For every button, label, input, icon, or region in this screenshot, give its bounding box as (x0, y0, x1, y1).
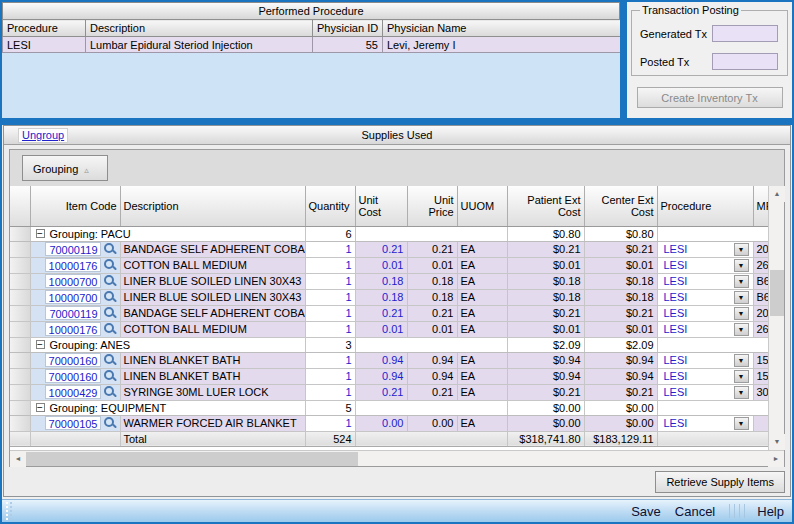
horizontal-scrollbar-thumb[interactable] (26, 452, 358, 466)
item-quantity[interactable]: 1 (305, 289, 355, 305)
procedure-dropdown-wrap[interactable]: LESI▼ (661, 274, 750, 289)
row-selector[interactable] (10, 305, 30, 321)
search-item-icon[interactable] (103, 353, 117, 367)
row-selector[interactable] (10, 400, 30, 415)
item-unit-cost[interactable]: 0.21 (355, 241, 407, 257)
col-header-uuom[interactable]: UUOM (457, 186, 507, 226)
item-code-field[interactable]: 10000176 (45, 258, 101, 272)
item-code-field[interactable]: 10000700 (45, 290, 101, 304)
grouping-button[interactable]: Grouping▵ (22, 155, 108, 181)
resize-grip[interactable] (6, 502, 12, 520)
item-quantity[interactable]: 1 (305, 352, 355, 368)
item-quantity[interactable]: 1 (305, 273, 355, 289)
scroll-up-icon[interactable]: ▲ (769, 186, 785, 202)
row-selector[interactable] (10, 352, 30, 368)
item-unit-cost[interactable]: 0.01 (355, 257, 407, 273)
procedure-dropdown[interactable]: LESI▼ (657, 289, 753, 305)
horizontal-scrollbar[interactable]: ◄ ► (10, 450, 784, 466)
search-item-icon[interactable] (103, 369, 117, 383)
item-quantity[interactable]: 1 (305, 415, 355, 431)
ungroup-link[interactable]: Ungroup (18, 128, 68, 143)
procedure-dropdown-wrap[interactable]: LESI▼ (661, 353, 750, 368)
item-unit-cost[interactable]: 0.01 (355, 321, 407, 337)
procedure-dropdown[interactable]: LESI▼ (657, 273, 753, 289)
procedure-dropdown[interactable]: LESI▼ (657, 305, 753, 321)
scroll-right-icon[interactable]: ► (768, 451, 784, 467)
item-code-field[interactable]: 70000105 (45, 416, 101, 430)
collapse-group-icon[interactable]: − (36, 340, 45, 349)
dropdown-arrow-icon[interactable]: ▼ (734, 354, 749, 367)
col-header-procedure[interactable]: Procedure (3, 20, 86, 37)
col-header-patient-ext-cost[interactable]: Patient Ext Cost (507, 186, 584, 226)
procedure-dropdown[interactable]: LESI▼ (657, 384, 753, 400)
procedure-dropdown-wrap[interactable]: LESI▼ (661, 258, 750, 273)
dropdown-arrow-icon[interactable]: ▼ (734, 323, 749, 336)
search-item-icon[interactable] (103, 322, 117, 336)
col-header-mf[interactable]: MF (753, 186, 768, 226)
scroll-left-icon[interactable]: ◄ (10, 451, 26, 467)
item-unit-cost[interactable]: 0.18 (355, 289, 407, 305)
col-header-center-ext-cost[interactable]: Center Ext Cost (584, 186, 657, 226)
row-selector[interactable] (10, 273, 30, 289)
col-header-unit-price[interactable]: Unit Price (407, 186, 457, 226)
row-selector[interactable] (10, 431, 30, 446)
item-quantity[interactable]: 1 (305, 321, 355, 337)
procedure-dropdown-wrap[interactable]: LESI▼ (661, 242, 750, 257)
procedure-dropdown-wrap[interactable]: LESI▼ (661, 322, 750, 337)
dropdown-arrow-icon[interactable]: ▼ (734, 291, 749, 304)
collapse-group-icon[interactable]: − (36, 229, 45, 238)
row-selector[interactable] (10, 321, 30, 337)
row-selector[interactable] (10, 384, 30, 400)
item-unit-cost[interactable]: 0.21 (355, 305, 407, 321)
help-button[interactable]: Help (757, 504, 784, 519)
vertical-scrollbar-thumb[interactable] (770, 270, 784, 316)
row-selector[interactable] (10, 368, 30, 384)
procedure-dropdown-wrap[interactable]: LESI▼ (661, 416, 750, 431)
item-quantity[interactable]: 1 (305, 384, 355, 400)
row-selector[interactable] (10, 241, 30, 257)
procedure-dropdown[interactable]: LESI▼ (657, 257, 753, 273)
posted-tx-field[interactable] (712, 53, 778, 70)
save-button[interactable]: Save (631, 504, 661, 519)
item-code-field[interactable]: 70000160 (45, 369, 101, 383)
item-unit-cost[interactable]: 0.94 (355, 352, 407, 368)
item-code-field[interactable]: 10000429 (45, 385, 101, 399)
col-header-selector[interactable] (10, 186, 30, 226)
item-quantity[interactable]: 1 (305, 305, 355, 321)
dropdown-arrow-icon[interactable]: ▼ (734, 370, 749, 383)
procedure-dropdown-wrap[interactable]: LESI▼ (661, 385, 750, 400)
dropdown-arrow-icon[interactable]: ▼ (734, 307, 749, 320)
dropdown-arrow-icon[interactable]: ▼ (734, 417, 749, 430)
search-item-icon[interactable] (103, 416, 117, 430)
dropdown-arrow-icon[interactable]: ▼ (734, 259, 749, 272)
search-item-icon[interactable] (103, 242, 117, 256)
vertical-scrollbar[interactable]: ▲ ▼ (768, 186, 784, 450)
search-item-icon[interactable] (103, 258, 117, 272)
col-header-quantity[interactable]: Quantity (305, 186, 355, 226)
item-code-field[interactable]: 10000176 (45, 322, 101, 336)
row-selector[interactable] (10, 289, 30, 305)
retrieve-supply-items-button[interactable]: Retrieve Supply Items (655, 471, 785, 493)
col-header-item-description[interactable]: Description (120, 186, 305, 226)
collapse-group-icon[interactable]: − (36, 403, 45, 412)
dropdown-arrow-icon[interactable]: ▼ (734, 243, 749, 256)
col-header-physician-name[interactable]: Physician Name (383, 20, 621, 37)
dropdown-arrow-icon[interactable]: ▼ (734, 275, 749, 288)
procedure-row[interactable]: LESI Lumbar Epidural Steriod Injection 5… (3, 37, 621, 53)
search-item-icon[interactable] (103, 385, 117, 399)
item-unit-cost[interactable]: 0.18 (355, 273, 407, 289)
dropdown-arrow-icon[interactable]: ▼ (734, 386, 749, 399)
search-item-icon[interactable] (103, 306, 117, 320)
search-item-icon[interactable] (103, 290, 117, 304)
item-code-field[interactable]: 70000119 (45, 306, 101, 320)
procedure-dropdown[interactable]: LESI▼ (657, 241, 753, 257)
item-code-field[interactable]: 70000119 (45, 242, 101, 256)
procedure-dropdown[interactable]: LESI▼ (657, 352, 753, 368)
col-header-physician-id[interactable]: Physician ID (313, 20, 383, 37)
item-unit-cost[interactable]: 0.00 (355, 415, 407, 431)
item-code-field[interactable]: 70000160 (45, 353, 101, 367)
procedure-dropdown[interactable]: LESI▼ (657, 415, 753, 431)
col-header-item-code[interactable]: Item Code (30, 186, 120, 226)
procedure-dropdown-wrap[interactable]: LESI▼ (661, 290, 750, 305)
col-header-description[interactable]: Description (86, 20, 313, 37)
